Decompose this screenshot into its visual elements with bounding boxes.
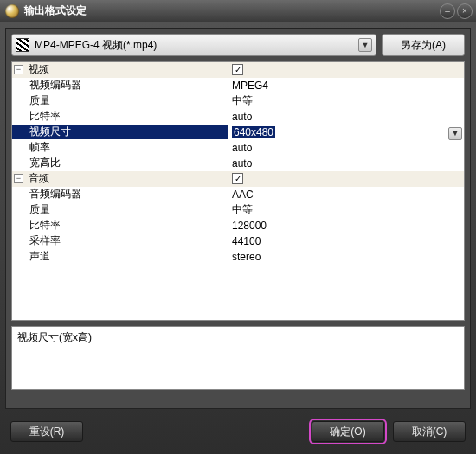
- window-controls: – ×: [440, 3, 473, 19]
- row-audio-bitrate[interactable]: 比特率 128000: [12, 218, 464, 233]
- prop-label: 声道: [29, 249, 50, 264]
- reset-button[interactable]: 重设(R): [10, 421, 83, 442]
- video-enable-checkbox[interactable]: ✓: [232, 64, 243, 75]
- group-video: − 视频 ✓: [12, 62, 464, 78]
- cancel-label: 取消(C): [412, 425, 447, 439]
- window-title: 输出格式设定: [24, 3, 440, 18]
- prop-value: 中等: [232, 202, 253, 217]
- prop-value: MPEG4: [232, 80, 268, 92]
- prop-value: stereo: [232, 251, 261, 263]
- prop-label: 音频编码器: [29, 187, 81, 201]
- row-video-quality[interactable]: 质量 中等: [12, 93, 464, 109]
- prop-label: 帧率: [29, 140, 50, 155]
- prop-value: auto: [232, 111, 252, 123]
- row-audio-quality[interactable]: 质量 中等: [12, 202, 464, 218]
- prop-label: 宽高比: [29, 156, 61, 170]
- prop-value: 中等: [232, 93, 253, 108]
- property-grid: − 视频 ✓ 视频编码器 MPEG4 质量 中等 比特率 auto 视频尺寸: [11, 61, 465, 321]
- save-as-label: 另存为(A): [401, 38, 446, 53]
- content-area: MP4-MPEG-4 视频(*.mp4) ▼ 另存为(A) − 视频 ✓ 视频编…: [5, 28, 471, 409]
- audio-enable-checkbox[interactable]: ✓: [232, 173, 243, 184]
- group-video-label: 视频: [29, 62, 49, 77]
- info-text: 视频尺寸(宽x高): [17, 331, 92, 343]
- prop-value: 44100: [232, 235, 261, 247]
- row-audio-rate[interactable]: 采样率 44100: [12, 233, 464, 249]
- prop-label: 采样率: [29, 233, 61, 248]
- collapse-icon[interactable]: −: [14, 65, 23, 74]
- prop-label: 质量: [29, 93, 50, 108]
- prop-value: 128000: [232, 220, 267, 232]
- app-icon: [5, 4, 19, 18]
- row-video-size[interactable]: 视频尺寸 640x480 ▼: [12, 125, 464, 140]
- row-video-aspect[interactable]: 宽高比 auto: [12, 156, 464, 171]
- format-dropdown[interactable]: MP4-MPEG-4 视频(*.mp4) ▼: [11, 34, 376, 56]
- format-label: MP4-MPEG-4 视频(*.mp4): [35, 38, 358, 53]
- prop-label: 视频尺寸: [29, 125, 71, 139]
- save-as-button[interactable]: 另存为(A): [382, 34, 465, 56]
- chevron-down-icon: ▼: [358, 38, 372, 52]
- clapperboard-icon: [16, 38, 29, 52]
- collapse-icon[interactable]: −: [14, 174, 23, 183]
- prop-label: 比特率: [29, 218, 61, 233]
- row-audio-codec[interactable]: 音频编码器 AAC: [12, 187, 464, 202]
- footer: 重设(R) 确定(O) 取消(C): [0, 414, 476, 454]
- row-audio-channel[interactable]: 声道 stereo: [12, 249, 464, 265]
- reset-label: 重设(R): [29, 425, 65, 439]
- prop-value: 640x480: [232, 126, 275, 138]
- prop-value: auto: [232, 142, 252, 154]
- output-settings-window: 输出格式设定 – × MP4-MPEG-4 视频(*.mp4) ▼ 另存为(A)…: [0, 0, 476, 454]
- prop-value: AAC: [232, 189, 254, 201]
- prop-label: 视频编码器: [29, 78, 81, 93]
- prop-label: 质量: [29, 202, 50, 217]
- group-audio: − 音频 ✓: [12, 171, 464, 187]
- format-row: MP4-MPEG-4 视频(*.mp4) ▼ 另存为(A): [11, 34, 465, 56]
- group-audio-label: 音频: [29, 171, 49, 186]
- ok-button[interactable]: 确定(O): [312, 421, 384, 442]
- chevron-down-icon[interactable]: ▼: [448, 127, 462, 140]
- close-button[interactable]: ×: [457, 3, 473, 19]
- minimize-button[interactable]: –: [440, 3, 455, 19]
- cancel-button[interactable]: 取消(C): [393, 421, 466, 442]
- row-video-bitrate[interactable]: 比特率 auto: [12, 109, 464, 125]
- ok-label: 确定(O): [330, 425, 365, 439]
- titlebar: 输出格式设定 – ×: [0, 0, 476, 22]
- property-description: 视频尺寸(宽x高): [11, 326, 465, 390]
- row-video-codec[interactable]: 视频编码器 MPEG4: [12, 78, 464, 93]
- row-video-fps[interactable]: 帧率 auto: [12, 140, 464, 156]
- prop-value: auto: [232, 157, 252, 169]
- prop-label: 比特率: [29, 109, 61, 124]
